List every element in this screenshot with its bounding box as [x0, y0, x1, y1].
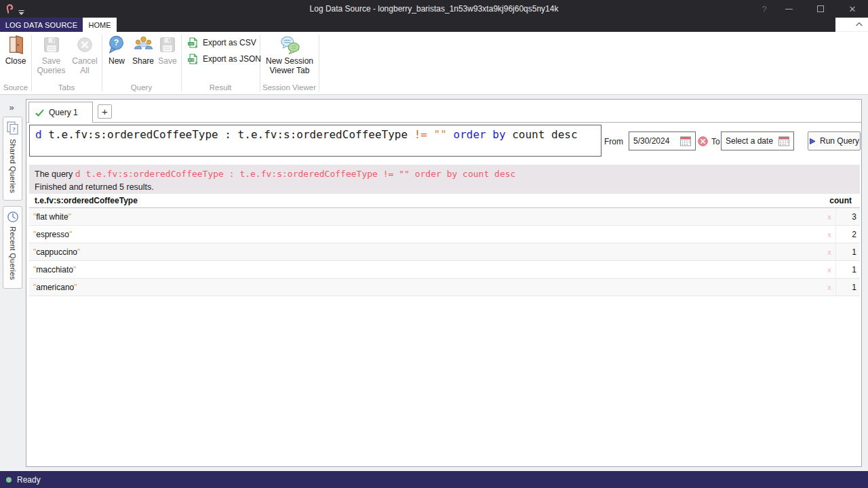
from-label: From	[604, 137, 623, 146]
maximize-button[interactable]	[810, 0, 831, 18]
minimize-button[interactable]	[778, 0, 799, 18]
close-source-button[interactable]: Close	[1, 34, 30, 66]
group-divider	[319, 35, 319, 92]
svg-text:?: ?	[114, 38, 119, 47]
message-query-echo: d t.e.fv:s:orderedCoffeeType : t.e.fv:s:…	[75, 169, 516, 179]
quote-mark: "	[74, 283, 77, 292]
cancel-all-button[interactable]: Cancel All	[69, 34, 100, 75]
button-label: Close	[5, 56, 26, 66]
checkmark-icon	[35, 109, 44, 117]
button-label: Export as JSON	[203, 54, 261, 64]
ribbon: Close Source Save Queries	[0, 32, 868, 95]
table-row[interactable]: "macchiato" x 1	[29, 261, 860, 279]
new-session-viewer-tab-button[interactable]: New Session Viewer Tab	[263, 34, 316, 75]
new-query-button[interactable]: ? New	[104, 34, 130, 66]
tab-strip-divider	[26, 122, 861, 123]
button-label: Export as CSV	[203, 38, 256, 47]
new-query-bubble-icon: ?	[106, 34, 127, 56]
sidebar-item-label: Recent Queries	[9, 226, 17, 280]
query-panel: Query 1 + d t.e.fv:s:orderedCoffeeType :…	[26, 99, 862, 467]
shared-queries-icon: ?	[7, 121, 19, 136]
from-date-value: 5/30/2024	[633, 136, 680, 146]
workspace: » ? Shared Queries Recent Queries	[0, 96, 868, 471]
status-ready-dot-icon	[6, 477, 12, 483]
json-file-icon: JSON	[187, 53, 199, 65]
quote-mark: "	[73, 265, 76, 274]
maximize-icon	[817, 5, 824, 12]
close-window-button[interactable]: ✕	[842, 0, 863, 18]
clear-from-date-button[interactable]	[698, 136, 708, 146]
collapse-ribbon-button[interactable]	[835, 18, 868, 32]
count-cell: 2	[835, 226, 860, 243]
to-date-input[interactable]: Select a date	[721, 131, 794, 150]
column-header-coffee-type[interactable]: t.e.fv:s:orderedCoffeeType	[29, 196, 827, 205]
cell-value: macchiato	[36, 265, 73, 274]
group-label-session-viewer: Session Viewer	[260, 83, 319, 93]
export-csv-button[interactable]: CSV Export as CSV	[187, 35, 256, 50]
add-query-tab-button[interactable]: +	[98, 104, 112, 119]
value-cell: "espresso"	[29, 226, 823, 243]
recent-queries-icon	[7, 211, 19, 223]
save-icon	[41, 34, 62, 56]
play-icon	[809, 138, 816, 145]
save-queries-button[interactable]: Save Queries	[35, 34, 67, 75]
value-cell: "cappuccino"	[29, 243, 823, 260]
quick-access-dropdown-icon[interactable]	[18, 6, 24, 18]
window-title: Log Data Source - longberry_baristas_1n5…	[0, 0, 868, 18]
button-label: Save	[158, 56, 176, 66]
query-token: order by	[454, 128, 513, 141]
table-row[interactable]: "cappuccino" x 1	[29, 243, 860, 261]
message-line-1: The query d t.e.fv:s:orderedCoffeeType :…	[35, 167, 854, 181]
sidebar-item-shared-queries[interactable]: ? Shared Queries	[3, 117, 22, 201]
count-cell: 1	[835, 243, 860, 260]
calendar-icon[interactable]	[680, 136, 691, 146]
button-label: Cancel All	[69, 56, 100, 75]
minimize-icon	[785, 9, 793, 9]
to-label: To	[711, 137, 720, 146]
exclude-value-button[interactable]: x	[823, 261, 835, 278]
exclude-value-button[interactable]: x	[823, 279, 835, 296]
query-token: count desc	[512, 128, 577, 141]
column-header-count[interactable]: count	[827, 196, 860, 205]
calendar-icon[interactable]	[778, 136, 789, 146]
tab-log-data-source[interactable]: LOG DATA SOURCE	[0, 18, 83, 32]
query-token: t.e.fv:s:orderedCoffeeType : t.e.fv:s:or…	[48, 128, 414, 141]
exclude-value-button[interactable]: x	[823, 226, 835, 243]
tab-home[interactable]: HOME	[83, 18, 117, 32]
title-bar: Log Data Source - longberry_baristas_1n5…	[0, 0, 868, 18]
tab-query-1[interactable]: Query 1	[28, 102, 93, 123]
message-prefix: The query	[35, 169, 75, 179]
value-cell: "flat white"	[29, 208, 823, 225]
run-query-button[interactable]: Run Query	[808, 131, 861, 150]
export-json-button[interactable]: JSON Export as JSON	[187, 52, 261, 66]
chevron-up-icon	[855, 22, 863, 27]
exclude-value-button[interactable]: x	[823, 243, 835, 260]
group-label-result: Result	[181, 83, 260, 93]
group-label-source: Source	[0, 83, 31, 93]
share-query-button[interactable]: Share	[130, 34, 157, 66]
ribbon-tab-row: LOG DATA SOURCE HOME	[0, 18, 868, 32]
status-text: Ready	[17, 475, 41, 485]
sidebar-item-recent-queries[interactable]: Recent Queries	[3, 206, 22, 289]
session-bubbles-icon	[279, 34, 301, 56]
count-cell: 1	[835, 261, 860, 278]
from-date-input[interactable]: 5/30/2024	[629, 131, 696, 150]
button-label: New Session Viewer Tab	[263, 56, 316, 75]
save-icon	[157, 34, 178, 56]
sidebar-expander-icon[interactable]: »	[5, 101, 18, 113]
exclude-value-button[interactable]: x	[823, 208, 835, 225]
query-token: d	[35, 128, 48, 141]
query-result-message: The query d t.e.fv:s:orderedCoffeeType :…	[29, 165, 860, 194]
help-button[interactable]: ?	[754, 0, 774, 18]
table-row[interactable]: "flat white" x 3	[29, 208, 860, 226]
run-query-label: Run Query	[820, 136, 859, 146]
save-query-button[interactable]: Save	[155, 34, 180, 66]
table-row[interactable]: "americano" x 1	[29, 279, 860, 296]
svg-text:JSON: JSON	[188, 59, 195, 62]
svg-text:CSV: CSV	[189, 43, 194, 45]
cell-value: americano	[36, 283, 74, 292]
flamingo-logo-icon	[5, 3, 15, 17]
svg-text:?: ?	[12, 126, 16, 133]
table-row[interactable]: "espresso" x 2	[29, 226, 860, 243]
query-input[interactable]: d t.e.fv:s:orderedCoffeeType : t.e.fv:s:…	[29, 125, 601, 157]
